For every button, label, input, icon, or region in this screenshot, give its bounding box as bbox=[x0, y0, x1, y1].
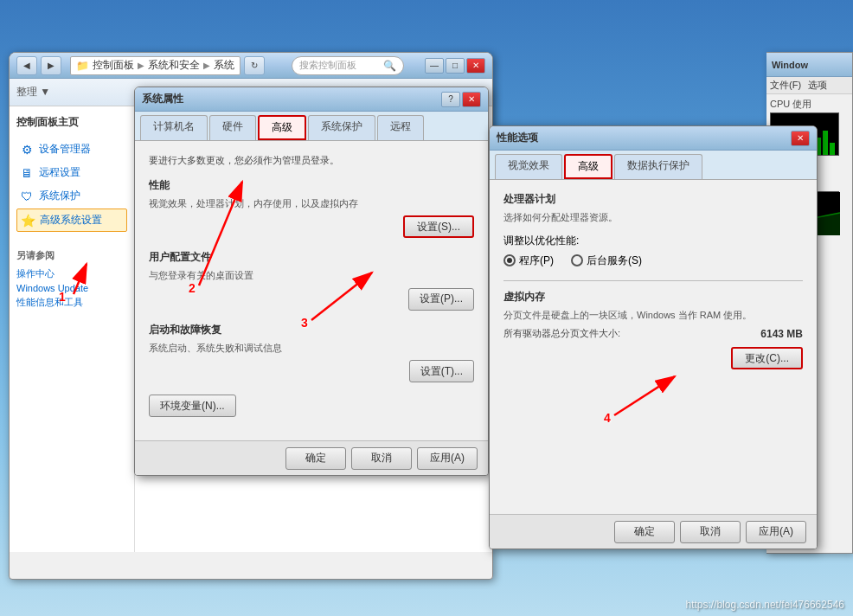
tab-advanced[interactable]: 高级 bbox=[258, 115, 306, 140]
address-text: 控制面板 bbox=[93, 58, 134, 73]
tab-computername[interactable]: 计算机名 bbox=[140, 115, 208, 140]
sysprop-footer: 确定 取消 应用(A) bbox=[135, 440, 488, 475]
desktop: ◀ ▶ 📁 控制面板 ▶ 系统和安全 ▶ 系统 ↻ 搜索控制面板 🔍 bbox=[0, 0, 853, 616]
maximize-button[interactable]: □ bbox=[446, 58, 465, 74]
sysprop-note: 要进行大多数更改，您必须作为管理员登录。 bbox=[149, 153, 474, 168]
processor-title: 处理器计划 bbox=[503, 192, 803, 207]
vm-desc: 分页文件是硬盘上的一块区域，Windows 当作 RAM 使用。 bbox=[503, 308, 803, 323]
perf-ok-button[interactable]: 确定 bbox=[614, 521, 675, 543]
toolbar-text: 整理 ▼ bbox=[16, 85, 50, 99]
also-see-label: 另请参阅 bbox=[16, 249, 127, 262]
search-icon: 🔍 bbox=[383, 60, 396, 72]
perf-cancel-button[interactable]: 取消 bbox=[680, 521, 741, 543]
link-perf-info[interactable]: 性能信息和工具 bbox=[16, 296, 127, 309]
divider bbox=[503, 280, 803, 281]
refresh-button[interactable]: ↻ bbox=[244, 56, 265, 75]
sidebar-label-device-manager: 设备管理器 bbox=[39, 142, 91, 157]
user-profiles-section: 用户配置文件 与您登录有关的桌面设置 设置(P)... bbox=[149, 250, 474, 311]
sidebar-item-system-protection[interactable]: 🛡 系统保护 bbox=[16, 185, 127, 207]
sysprop-dialog: 系统属性 ? ✕ 计算机名 硬件 高级 系统保护 远程 要进行大多数更改，您必须… bbox=[134, 87, 489, 476]
link-action-center[interactable]: 操作中心 bbox=[16, 267, 127, 280]
tab-hardware[interactable]: 硬件 bbox=[209, 115, 256, 140]
cp-titlebar-left: ◀ ▶ 📁 控制面板 ▶ 系统和安全 ▶ 系统 ↻ bbox=[16, 56, 270, 75]
tab-remote[interactable]: 远程 bbox=[377, 115, 424, 140]
remote-icon: 🖥 bbox=[20, 166, 34, 180]
sysprop-ok-button[interactable]: 确定 bbox=[285, 447, 346, 470]
taskman-titlebar: Window bbox=[766, 53, 852, 77]
radio-dot-program bbox=[503, 254, 516, 266]
perf-titlebar: 性能选项 ✕ bbox=[490, 126, 817, 151]
folder-icon: 📁 bbox=[76, 60, 89, 72]
protection-icon: 🛡 bbox=[20, 189, 34, 203]
radio-dot-background bbox=[571, 254, 583, 266]
annotation-num3: 3 bbox=[301, 316, 308, 330]
radio-label-program: 程序(P) bbox=[519, 253, 554, 268]
taskman-file-menu[interactable]: 文件(F) bbox=[770, 79, 801, 92]
sidebar-label-protection: 系统保护 bbox=[39, 189, 80, 203]
radio-label-background: 后台服务(S) bbox=[587, 253, 642, 268]
vm-all-drives-value: 6143 MB bbox=[760, 328, 803, 340]
tab-dep[interactable]: 数据执行保护 bbox=[614, 154, 702, 179]
change-button[interactable]: 更改(C)... bbox=[731, 347, 803, 369]
radio-background[interactable]: 后台服务(S) bbox=[571, 253, 642, 268]
sidebar-item-advanced[interactable]: ⭐ 高级系统设置 bbox=[16, 209, 127, 232]
back-button[interactable]: ◀ bbox=[16, 56, 37, 75]
sysprop-close-button[interactable]: ✕ bbox=[462, 92, 481, 107]
cp-titlebar: ◀ ▶ 📁 控制面板 ▶ 系统和安全 ▶ 系统 ↻ 搜索控制面板 🔍 bbox=[10, 53, 492, 79]
sep1: ▶ bbox=[138, 61, 144, 70]
perf-options-dialog: 性能选项 ✕ 视觉效果 高级 数据执行保护 处理器计划 选择如何分配处理器资源。… bbox=[489, 125, 818, 549]
link-windows-update[interactable]: Windows Update bbox=[16, 283, 127, 293]
perf-section-desc: 视觉效果，处理器计划，内存使用，以及虚拟内存 bbox=[149, 196, 474, 211]
sysprop-help-button[interactable]: ? bbox=[441, 92, 460, 107]
vm-all-drives-label: 所有驱动器总分页文件大小: bbox=[503, 327, 620, 340]
search-placeholder: 搜索控制面板 bbox=[299, 59, 380, 72]
sidebar-item-device-manager[interactable]: ⚙ 设备管理器 bbox=[16, 138, 127, 160]
minimize-button[interactable]: — bbox=[425, 58, 444, 74]
cpu-usage-label: CPU 使用 bbox=[770, 98, 849, 111]
perf-controls: ✕ bbox=[791, 131, 810, 146]
forward-button[interactable]: ▶ bbox=[41, 56, 61, 75]
user-profiles-settings-button[interactable]: 设置(P)... bbox=[408, 288, 474, 311]
annotation-num4: 4 bbox=[604, 411, 611, 425]
perf-close-button[interactable]: ✕ bbox=[791, 131, 810, 146]
sidebar-title: 控制面板主页 bbox=[16, 115, 127, 130]
annotation-num2: 2 bbox=[189, 281, 196, 295]
startup-settings-button[interactable]: 设置(T)... bbox=[409, 360, 474, 382]
sep2: ▶ bbox=[203, 61, 210, 70]
sysprop-titlebar: 系统属性 ? ✕ bbox=[135, 87, 488, 112]
radio-program[interactable]: 程序(P) bbox=[503, 253, 554, 268]
cp-window-controls: — □ ✕ bbox=[425, 58, 485, 74]
sysprop-controls: ? ✕ bbox=[441, 92, 481, 107]
advanced-icon: ⭐ bbox=[21, 214, 35, 228]
tab-visual-effects[interactable]: 视觉效果 bbox=[495, 154, 562, 179]
user-profiles-desc: 与您登录有关的桌面设置 bbox=[149, 268, 474, 283]
perf-apply-button[interactable]: 应用(A) bbox=[746, 521, 806, 543]
vm-title: 虚拟内存 bbox=[503, 290, 803, 305]
processor-desc: 选择如何分配处理器资源。 bbox=[503, 210, 803, 225]
tab-system-protection[interactable]: 系统保护 bbox=[308, 115, 375, 140]
watermark: https://blog.csdn.net/fei476662546 bbox=[686, 599, 844, 611]
sysprop-apply-button[interactable]: 应用(A) bbox=[417, 447, 478, 470]
startup-title: 启动和故障恢复 bbox=[149, 323, 474, 337]
device-manager-icon: ⚙ bbox=[20, 143, 34, 157]
address-bar: 📁 控制面板 ▶ 系统和安全 ▶ 系统 ↻ bbox=[70, 56, 265, 75]
sysprop-tabs: 计算机名 硬件 高级 系统保护 远程 bbox=[135, 112, 488, 141]
user-profiles-title: 用户配置文件 bbox=[149, 250, 474, 265]
taskman-menu: 文件(F) 选项 bbox=[766, 77, 852, 94]
close-button[interactable]: ✕ bbox=[466, 58, 485, 74]
sidebar-item-remote[interactable]: 🖥 远程设置 bbox=[16, 162, 127, 183]
vm-size-row: 所有驱动器总分页文件大小: 6143 MB bbox=[503, 327, 803, 340]
search-box[interactable]: 搜索控制面板 🔍 bbox=[292, 56, 404, 75]
perf-settings-button[interactable]: 设置(S)... bbox=[403, 215, 474, 238]
perf-footer: 确定 取消 应用(A) bbox=[490, 514, 817, 549]
cp-sidebar: 控制面板主页 ⚙ 设备管理器 🖥 远程设置 🛡 系统保护 ⭐ 高级系统设置 bbox=[10, 106, 135, 552]
env-variables-button[interactable]: 环境变量(N)... bbox=[149, 395, 236, 417]
sysprop-cancel-button[interactable]: 取消 bbox=[351, 447, 412, 470]
address-box[interactable]: 📁 控制面板 ▶ 系统和安全 ▶ 系统 bbox=[70, 56, 241, 75]
tab-advanced-perf[interactable]: 高级 bbox=[564, 154, 612, 179]
sidebar-label-remote: 远程设置 bbox=[39, 165, 80, 180]
taskman-options-menu[interactable]: 选项 bbox=[808, 79, 827, 92]
address-seg3: 系统 bbox=[214, 58, 234, 73]
perf-body: 处理器计划 选择如何分配处理器资源。 调整以优化性能: 程序(P) 后台服务(S… bbox=[490, 180, 817, 516]
radio-group-processor: 程序(P) 后台服务(S) bbox=[503, 253, 803, 268]
